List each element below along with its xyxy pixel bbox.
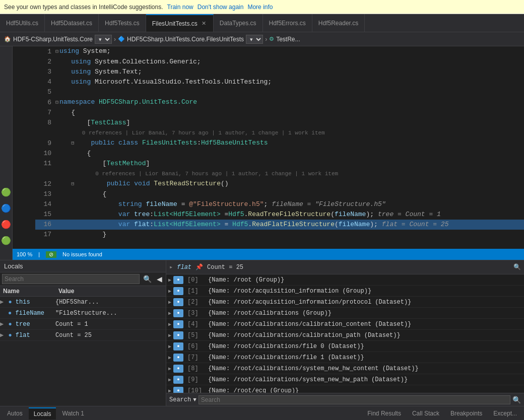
line-number: 10 [35,149,55,159]
item-icon: ● [173,287,183,295]
tab-exceptions[interactable]: Except... [488,408,522,419]
tab-locals[interactable]: Locals [29,407,56,419]
expand-icon[interactable]: ▶ [166,343,173,349]
tab-find-results[interactable]: Find Results [362,408,406,419]
gutter-icon-3[interactable]: 🔴 [1,220,11,230]
collapse-icon[interactable]: ⊟ [71,181,74,187]
breadcrumb-project[interactable]: HDF5-CSharp.UnitTests.Core [13,36,93,43]
expand-icon[interactable]: ▶ [166,377,173,383]
tab-hdf5dataset[interactable]: Hdf5Dataset.cs [45,14,99,32]
flat-search-execute-button[interactable]: 🔍 [512,396,521,404]
gutter-icon-2[interactable]: 🔵 [1,203,11,214]
flat-row-8[interactable]: ▶ ● [8] {Name: /root/calibrations/system… [166,363,524,374]
breadcrumb-class[interactable]: HDF5CSharp.UnitTests.Core.FilesUnitTests [127,36,244,43]
gutter-icon-4[interactable]: 🟢 [1,236,11,246]
gutter-icon-1[interactable]: 🟢 [1,187,11,197]
tab-hdf5errors[interactable]: Hdf5Errors.cs [263,14,312,32]
line-content: ⊟namespace HDF5CSharp.UnitTests.Core [55,97,524,108]
tab-hdf5utils[interactable]: Hdf5Utils.cs [0,14,45,32]
locals-row-flat[interactable]: ▶ ● flat Count = 25 [0,330,166,341]
flat-row-0[interactable]: ▶ ● [0] {Name: /root (Group)} [166,274,524,286]
code-editor[interactable]: 1 ⊟using System; 2 using System.Collecti… [13,46,524,260]
line-number: 8 [35,118,55,128]
collapse-icon[interactable]: ⊟ [55,100,58,105]
tab-hdf5reader[interactable]: Hdf5Reader.cs [312,14,365,32]
flat-row-7[interactable]: ▶ ● [7] {Name: /root/calibrations/file 1… [166,352,524,363]
status-message: No issues found [62,251,102,257]
flat-index: [6] [185,343,208,350]
code-area[interactable]: 1 ⊟using System; 2 using System.Collecti… [13,46,524,249]
locals-row-tree[interactable]: ▶ ● tree Count = 1 [0,319,166,330]
locals-search-input[interactable] [2,274,140,284]
zoom-level[interactable]: 100 % [17,251,32,257]
search-icon-button[interactable]: 🔍 [142,274,153,284]
flat-pin-icon[interactable]: 📌 [195,263,203,271]
code-line-3: 3 using System.Text; [35,67,524,77]
expand-icon[interactable]: ▶ [0,321,4,328]
flat-row-10[interactable]: ▶ ● [10] {Name: /root/ecg (Group)} [166,385,524,393]
flat-value: {Name: /root/calibrations/calibration_co… [208,321,524,328]
expand-icon[interactable]: ▶ [166,299,173,305]
expand-icon[interactable]: ▶ [0,299,4,306]
line-content: ⊟ public void TestReadStructure() [55,179,524,189]
flat-search-icon[interactable]: 🔍 [513,263,521,271]
locals-cell-name: ▶ ● this [0,298,55,306]
tab-hdf5tests[interactable]: Hdf5Tests.cs [99,14,146,32]
line-number: 9 [35,138,55,149]
expand-icon[interactable]: ▶ [166,288,173,294]
flat-index: [10] [185,387,208,393]
breadcrumb-project-dropdown[interactable]: ▾ [95,35,112,44]
collapse-icon[interactable]: ⊟ [71,141,74,146]
tab-autos[interactable]: Autos [2,408,28,419]
tab-watch1[interactable]: Watch 1 [57,408,89,419]
expand-icon[interactable]: ▶ [166,321,173,327]
expand-icon[interactable]: ▶ [0,332,4,339]
bottom-tab-bar: Autos Locals Watch 1 Find Results Call S… [0,406,524,420]
flat-row-5[interactable]: ▶ ● [5] {Name: /root/calibrations/calibr… [166,330,524,341]
flat-row-1[interactable]: ▶ ● [1] {Name: /root/acquisition_informa… [166,286,524,297]
breadcrumb-class-dropdown[interactable]: ▾ [246,35,263,44]
more-info-link[interactable]: More info [247,4,273,11]
flat-count: Count = 25 [207,264,243,271]
locals-header: Name Value [0,286,166,297]
line-content: ⊟ public class FilesUnitTests:Hdf5BaseUn… [55,138,524,149]
locals-cell-value: Count = 1 [55,321,166,328]
locals-row-filename[interactable]: ● fileName "FileStructure... [0,308,166,319]
tab-filesunittests[interactable]: FilesUnitTests.cs ✕ [146,14,214,32]
flat-value: {Name: /root/calibrations/calibration_pa… [208,332,524,339]
line-number: 11 [35,159,55,169]
line-content: using Microsoft.VisualStudio.TestTools.U… [55,77,524,87]
expand-icon[interactable]: ▶ [166,366,173,372]
expand-icon[interactable]: ▶ [166,388,173,393]
tab-datatypes[interactable]: DataTypes.cs [214,14,263,32]
flat-row-3[interactable]: ▶ ● [3] {Name: /root/calibrations (Group… [166,308,524,319]
collapse-icon[interactable]: ⊟ [55,49,58,54]
line-content: using System.Text; [55,67,524,77]
code-lines: 1 ⊟using System; 2 using System.Collecti… [35,46,524,240]
flat-row-2[interactable]: ▶ ● [2] {Name: /root/acquisition_informa… [166,297,524,308]
search-dropdown-icon[interactable]: ▼ [193,397,196,403]
expand-icon[interactable]: ▶ [166,277,173,283]
expand-icon[interactable]: ▶ [166,332,173,338]
dont-show-again-link[interactable]: Don't show again [198,4,244,11]
close-icon[interactable]: ✕ [201,20,207,27]
locals-row-this[interactable]: ▶ ● this {HDF5Shar... [0,297,166,308]
line-content: [TestClass] [55,118,524,128]
flat-row-9[interactable]: ▶ ● [9] {Name: /root/calibrations/system… [166,374,524,385]
item-icon: ● [173,276,183,284]
flat-row-4[interactable]: ▶ ● [4] {Name: /root/calibrations/calibr… [166,319,524,330]
expand-icon[interactable]: ▶ [166,355,173,361]
flat-search-input[interactable] [199,395,510,404]
main-area: 🟢 🔵 🔴 🟢 1 ⊟using System; 2 using System.… [0,46,524,260]
line-content: using System.Collections.Generic; [55,57,524,67]
train-now-link[interactable]: Train now [167,4,193,11]
tab-call-stack[interactable]: Call Stack [407,408,444,419]
expand-icon[interactable]: ▶ [166,310,173,316]
breadcrumb-method[interactable]: TestRe... [276,36,300,43]
tab-breakpoints[interactable]: Breakpoints [445,408,487,419]
code-line-10: 10 { [35,149,524,159]
flat-row-6[interactable]: ▶ ● [6] {Name: /root/calibrations/file 0… [166,341,524,352]
locals-cell-name: ▶ ● tree [0,320,55,328]
flat-value: {Name: /root/acquisition_information/pro… [208,299,524,306]
nav-back-icon[interactable]: ◀ [155,274,164,284]
